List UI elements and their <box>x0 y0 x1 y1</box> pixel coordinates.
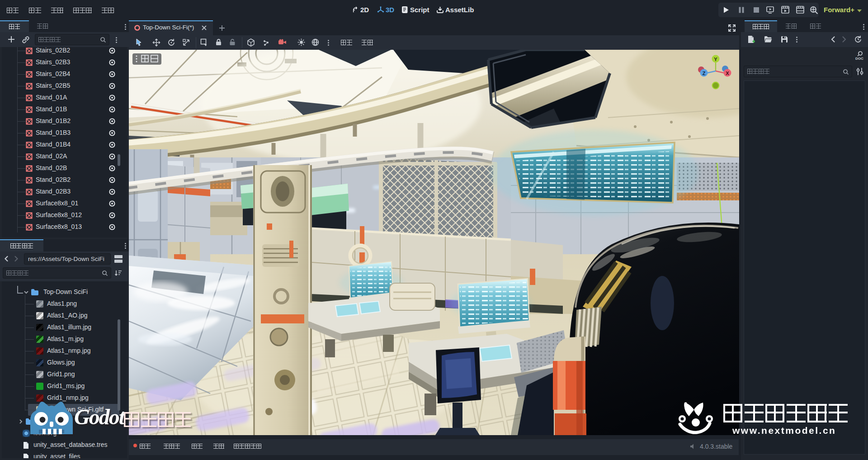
svg-text:Z: Z <box>703 71 706 76</box>
svg-text:Y: Y <box>714 57 717 62</box>
svg-text:X: X <box>726 71 729 76</box>
svg-text:DOC: DOC <box>855 57 863 61</box>
